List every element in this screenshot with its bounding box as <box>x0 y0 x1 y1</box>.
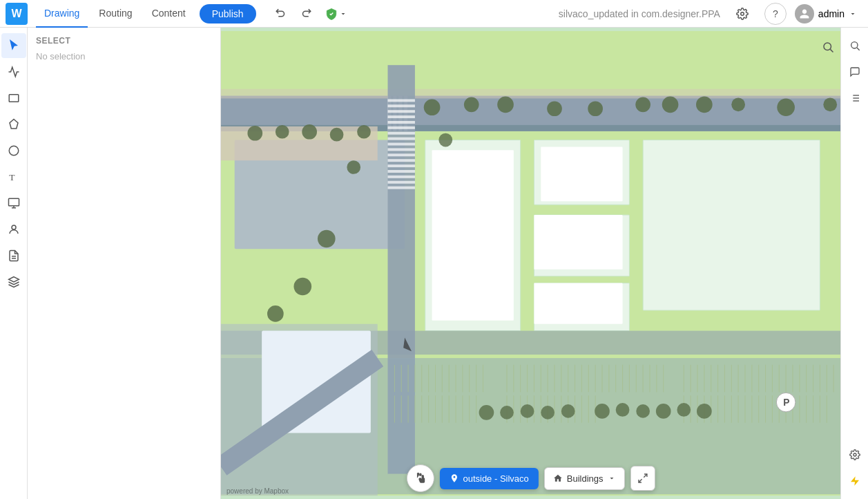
svg-point-172 <box>823 97 837 111</box>
buildings-button[interactable]: Buildings <box>544 467 625 490</box>
user-menu[interactable]: admin <box>789 1 862 26</box>
analytics-tool[interactable] <box>1 59 26 84</box>
svg-marker-2 <box>10 120 18 129</box>
svg-point-0 <box>741 12 744 15</box>
svg-point-178 <box>347 160 360 174</box>
right-list-button[interactable] <box>842 86 867 111</box>
map-search-button[interactable] <box>816 35 840 59</box>
svg-point-167 <box>635 97 650 112</box>
svg-rect-31 <box>388 153 415 156</box>
right-settings-button[interactable] <box>842 442 867 467</box>
right-comment-button[interactable] <box>842 59 867 84</box>
svg-rect-5 <box>8 198 19 206</box>
buildings-chevron-icon <box>608 474 616 482</box>
user-avatar <box>795 4 814 23</box>
tab-drawing[interactable]: Drawing <box>36 0 88 28</box>
polygon-tool[interactable] <box>1 112 26 137</box>
svg-point-165 <box>547 101 562 116</box>
svg-point-169 <box>696 97 713 113</box>
buildings-label: Buildings <box>567 473 604 484</box>
svg-line-198 <box>830 49 833 52</box>
svg-rect-41 <box>432 150 514 320</box>
select-tool[interactable] <box>1 33 26 58</box>
stack-tool[interactable] <box>1 270 26 294</box>
svg-rect-19 <box>221 126 378 160</box>
svg-point-189 <box>616 403 630 417</box>
svg-rect-29 <box>388 143 415 146</box>
tab-routing[interactable]: Routing <box>90 0 140 28</box>
topbar: W Drawing Routing Content Publish silvac… <box>0 0 868 28</box>
svg-rect-32 <box>388 159 415 162</box>
svg-rect-40 <box>643 140 820 310</box>
svg-rect-24 <box>388 115 415 118</box>
svg-point-176 <box>330 128 344 142</box>
svg-point-182 <box>267 305 284 322</box>
svg-point-190 <box>636 404 650 418</box>
right-bolt-button[interactable] <box>842 469 867 493</box>
svg-point-180 <box>318 230 336 248</box>
map-area[interactable]: P outside - Silvaco Buildings <box>221 28 840 499</box>
svg-point-193 <box>697 404 712 419</box>
svg-point-187 <box>561 404 575 418</box>
location-label: outside - Silvaco <box>463 473 528 484</box>
svg-point-191 <box>656 404 671 419</box>
svg-point-173 <box>247 126 262 141</box>
circle-tool[interactable] <box>1 138 26 163</box>
tab-content[interactable]: Content <box>144 0 194 28</box>
svg-point-185 <box>521 404 534 418</box>
shield-button[interactable] <box>320 5 353 23</box>
svg-point-179 <box>438 133 452 147</box>
svg-rect-26 <box>388 126 415 129</box>
help-button[interactable]: ? <box>764 3 787 25</box>
svg-point-164 <box>497 97 514 113</box>
svg-rect-36 <box>388 181 415 184</box>
main-content: T SELECT No selection <box>0 28 868 499</box>
svg-rect-27 <box>388 132 415 135</box>
rectangle-tool[interactable] <box>1 86 26 111</box>
svg-point-177 <box>357 125 371 139</box>
svg-text:T: T <box>9 172 15 182</box>
svg-point-186 <box>541 406 554 420</box>
svg-point-168 <box>662 97 679 113</box>
undo-button[interactable] <box>270 3 292 25</box>
svg-rect-37 <box>388 187 415 189</box>
svg-rect-46 <box>534 283 622 324</box>
svg-rect-22 <box>388 104 415 107</box>
svg-point-188 <box>595 404 610 419</box>
svg-rect-1 <box>9 95 19 102</box>
svg-point-201 <box>851 42 857 48</box>
svg-text:P: P <box>783 397 789 408</box>
map-watermark: powered by Mapbox <box>226 487 289 495</box>
face-tool[interactable] <box>1 217 26 242</box>
map-bottom-bar: outside - Silvaco Buildings <box>406 464 655 492</box>
app-logo[interactable]: W <box>6 3 28 25</box>
svg-rect-23 <box>388 110 415 113</box>
location-badge[interactable]: outside - Silvaco <box>439 468 538 489</box>
user-chevron-icon <box>849 10 857 18</box>
left-toolbar: T <box>0 28 28 499</box>
svg-rect-35 <box>388 176 415 178</box>
svg-rect-42 <box>541 147 622 201</box>
svg-point-162 <box>424 99 441 115</box>
svg-point-181 <box>293 278 311 296</box>
fullscreen-button[interactable] <box>630 466 655 491</box>
svg-rect-30 <box>388 148 415 151</box>
svg-line-202 <box>857 48 860 50</box>
svg-rect-17 <box>221 89 840 99</box>
select-mode-label: SELECT <box>36 36 212 46</box>
settings-button[interactable] <box>731 3 753 25</box>
publish-button[interactable]: Publish <box>200 4 256 23</box>
right-search-button[interactable] <box>842 33 867 58</box>
right-toolbar <box>840 28 868 499</box>
svg-rect-25 <box>388 121 415 124</box>
properties-panel: SELECT No selection <box>28 28 221 499</box>
layer-tool[interactable] <box>1 191 26 216</box>
hand-tool-button[interactable] <box>406 464 434 492</box>
text-tool[interactable]: T <box>1 164 26 189</box>
svg-point-183 <box>479 405 494 420</box>
document-tool[interactable] <box>1 243 26 268</box>
svg-point-170 <box>731 97 745 111</box>
svg-rect-33 <box>388 164 415 167</box>
redo-button[interactable] <box>295 3 317 25</box>
svg-point-209 <box>853 453 856 456</box>
